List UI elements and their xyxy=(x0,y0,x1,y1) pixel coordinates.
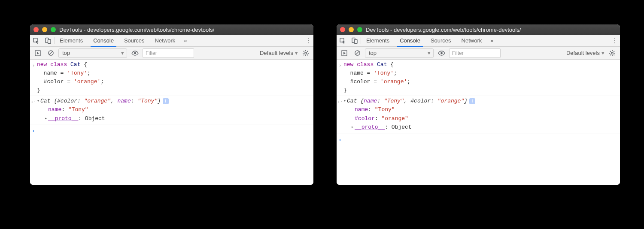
svg-point-7 xyxy=(305,52,307,54)
minimize-window-button[interactable] xyxy=(42,27,47,32)
window-title: DevTools - developers.google.com/web/too… xyxy=(366,27,521,33)
object-property-row[interactable]: ▸name: "Tony" xyxy=(345,105,617,114)
live-expression-button[interactable] xyxy=(130,48,140,58)
expand-arrow-icon[interactable]: ▸ xyxy=(45,114,47,123)
object-property-row[interactable]: ▸name: "Tony" xyxy=(39,105,311,114)
context-label: top xyxy=(369,50,377,56)
console-settings-button[interactable] xyxy=(607,48,617,58)
zoom-window-button[interactable] xyxy=(51,27,56,32)
object-property-row[interactable]: ▸#color: "orange" xyxy=(345,114,617,123)
toggle-console-sidebar-button[interactable] xyxy=(33,48,43,58)
zoom-window-button[interactable] xyxy=(357,27,362,32)
tab-sources[interactable]: Sources xyxy=(425,35,456,46)
console-toolbar: top▾FilterDefault levels▾ xyxy=(337,47,620,60)
tab-network[interactable]: Network xyxy=(456,35,487,46)
tab-label: Elements xyxy=(366,37,389,44)
svg-line-28 xyxy=(610,51,611,52)
tab-label: Network xyxy=(462,37,482,44)
more-tabs-button[interactable]: » xyxy=(487,35,497,46)
info-badge-icon[interactable]: i xyxy=(469,98,475,104)
svg-rect-2 xyxy=(48,39,51,44)
toggle-console-sidebar-button[interactable] xyxy=(339,48,349,58)
svg-point-23 xyxy=(611,52,613,54)
execution-context-selector[interactable]: top▾ xyxy=(58,48,127,58)
dropdown-icon: ▾ xyxy=(428,50,431,56)
window-title: DevTools - developers.google.com/web/too… xyxy=(59,27,214,33)
filter-placeholder: Filter xyxy=(146,50,157,56)
window-titlebar: DevTools - developers.google.com/web/too… xyxy=(30,24,313,35)
console-prompt-row[interactable]: › xyxy=(337,133,620,146)
tab-console[interactable]: Console xyxy=(395,35,425,46)
object-summary-row[interactable]: ▾Cat {#color: "orange", name: "Tony"}i xyxy=(37,97,311,105)
input-marker-icon: › xyxy=(337,60,343,95)
log-levels-selector[interactable]: Default levels▾ xyxy=(566,50,605,56)
filter-input[interactable]: Filter xyxy=(143,48,194,58)
code-input: new class Cat { name = 'Tony'; #color = … xyxy=(343,60,617,95)
execution-context-selector[interactable]: top▾ xyxy=(365,48,434,58)
expand-arrow-icon[interactable]: ▸ xyxy=(351,123,354,132)
customize-devtools-button[interactable]: ⋮ xyxy=(610,35,620,46)
svg-line-31 xyxy=(614,51,614,52)
tab-sources[interactable]: Sources xyxy=(119,35,150,46)
toggle-device-toolbar-button[interactable] xyxy=(349,35,361,46)
close-window-button[interactable] xyxy=(33,27,39,32)
customize-devtools-button[interactable]: ⋮ xyxy=(303,35,313,46)
tab-elements[interactable]: Elements xyxy=(55,35,88,46)
svg-line-14 xyxy=(304,54,304,55)
svg-line-5 xyxy=(49,51,52,55)
filter-input[interactable]: Filter xyxy=(449,48,501,58)
dropdown-icon: ▾ xyxy=(601,50,605,56)
chevron-double-right-icon: » xyxy=(184,37,187,44)
svg-line-29 xyxy=(614,54,614,55)
console-prompt-row[interactable]: › xyxy=(30,124,313,137)
console-prompt-input[interactable] xyxy=(343,135,620,145)
console-settings-button[interactable] xyxy=(301,48,311,58)
stage: DevTools - developers.google.com/web/too… xyxy=(0,0,644,229)
tab-elements[interactable]: Elements xyxy=(361,35,395,46)
collapse-arrow-icon[interactable]: ▾ xyxy=(37,97,39,105)
collapse-arrow-icon[interactable]: ▾ xyxy=(343,97,346,105)
inspect-element-button[interactable] xyxy=(337,35,349,46)
window-titlebar: DevTools - developers.google.com/web/too… xyxy=(337,24,620,35)
tab-console[interactable]: Console xyxy=(88,35,119,46)
devtools-tabbar: ElementsConsoleSourcesNetwork»⋮ xyxy=(337,35,620,47)
console-toolbar: top▾FilterDefault levels▾ xyxy=(30,47,313,60)
console-input-row: ›new class Cat { name = 'Tony'; #color =… xyxy=(30,60,313,96)
traffic-lights xyxy=(33,27,56,32)
dropdown-icon: ▾ xyxy=(121,50,124,56)
output-marker-icon: ‹⋅ xyxy=(30,97,37,123)
info-badge-icon[interactable]: i xyxy=(163,98,169,104)
output-marker-icon: ‹⋅ xyxy=(337,97,343,132)
tab-label: Network xyxy=(155,37,176,44)
log-levels-selector[interactable]: Default levels▾ xyxy=(260,50,298,56)
toggle-device-toolbar-button[interactable] xyxy=(42,35,54,46)
svg-line-30 xyxy=(610,54,611,55)
svg-line-13 xyxy=(307,54,308,55)
object-summary-row[interactable]: ▾Cat {name: "Tony", #color: "orange"}i xyxy=(343,97,617,105)
filter-placeholder: Filter xyxy=(452,50,464,56)
console-messages: ›new class Cat { name = 'Tony'; #color =… xyxy=(30,60,313,185)
console-prompt-input[interactable] xyxy=(37,126,313,136)
svg-point-22 xyxy=(440,52,443,54)
prompt-icon: › xyxy=(30,126,37,136)
svg-point-6 xyxy=(134,52,136,54)
svg-line-12 xyxy=(304,51,304,52)
prompt-icon: › xyxy=(337,135,343,145)
object-children: ▸name: "Tony"▸#color: "orange"▸__proto__… xyxy=(343,105,617,132)
clear-console-button[interactable] xyxy=(46,48,56,58)
devtools-tabbar: ElementsConsoleSourcesNetwork»⋮ xyxy=(30,35,313,47)
tab-network[interactable]: Network xyxy=(150,35,181,46)
live-expression-button[interactable] xyxy=(436,48,447,58)
object-property-row[interactable]: ▸__proto__: Object xyxy=(39,114,311,123)
tab-label: Sources xyxy=(124,37,145,44)
traffic-lights xyxy=(340,27,362,32)
tab-label: Console xyxy=(400,37,420,44)
input-marker-icon: › xyxy=(30,60,37,95)
inspect-element-button[interactable] xyxy=(30,35,42,46)
clear-console-button[interactable] xyxy=(352,48,362,58)
console-messages: ›new class Cat { name = 'Tony'; #color =… xyxy=(337,60,620,185)
minimize-window-button[interactable] xyxy=(349,27,354,32)
close-window-button[interactable] xyxy=(340,27,345,32)
object-property-row[interactable]: ▸__proto__: Object xyxy=(345,123,617,132)
more-tabs-button[interactable]: » xyxy=(180,35,190,46)
